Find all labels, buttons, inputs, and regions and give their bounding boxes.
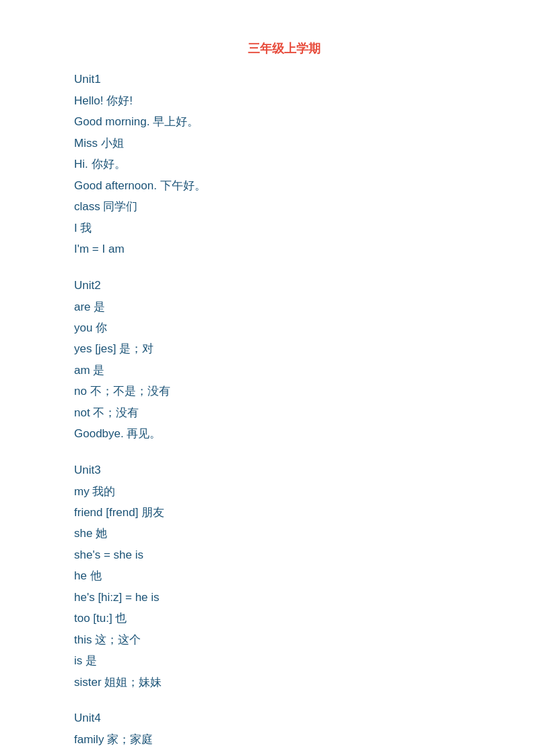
unit-block-4: Unit4family 家；家庭: [74, 712, 494, 750]
unit-block-1: Unit1Hello! 你好!Good morning. 早上好。Miss 小姐…: [74, 73, 494, 260]
vocab-entry: is 是: [74, 650, 494, 671]
vocab-entry: friend [frend] 朋友: [74, 502, 494, 523]
vocab-entry: Good morning. 早上好。: [74, 111, 494, 132]
vocab-entry: family 家；家庭: [74, 729, 494, 750]
vocab-entry: I'm = I am: [74, 239, 494, 259]
vocab-entry: too [tu:] 也: [74, 608, 494, 629]
unit-title-4: Unit4: [74, 712, 494, 725]
vocab-entry: this 这；这个: [74, 629, 494, 650]
unit-title-1: Unit1: [74, 73, 494, 86]
vocab-entry: Hi. 你好。: [74, 154, 494, 175]
vocab-entry: my 我的: [74, 481, 494, 502]
unit-title-3: Unit3: [74, 464, 494, 477]
vocab-entry: he's [hi:z] = he is: [74, 587, 494, 608]
vocab-entry: not 不；没有: [74, 402, 494, 423]
vocab-entry: Good afternoon. 下午好。: [74, 175, 494, 196]
vocab-entry: yes [jes] 是；对: [74, 338, 494, 359]
vocab-entry: I 我: [74, 218, 494, 239]
vocab-entry: sister 姐姐；妹妹: [74, 672, 494, 693]
vocab-entry: he 他: [74, 565, 494, 586]
vocab-entry: Miss 小姐: [74, 133, 494, 154]
vocab-entry: Goodbye. 再见。: [74, 423, 494, 444]
unit-title-2: Unit2: [74, 279, 494, 292]
vocab-entry: you 你: [74, 317, 494, 338]
unit-block-2: Unit2are 是you 你yes [jes] 是；对am 是no 不；不是；…: [74, 279, 494, 445]
vocab-entry: are 是: [74, 296, 494, 317]
vocab-entry: Hello! 你好!: [74, 90, 494, 111]
page-title: 三年级上学期: [74, 40, 494, 57]
vocab-entry: no 不；不是；没有: [74, 381, 494, 402]
unit-block-3: Unit3my 我的friend [frend] 朋友she 她she's = …: [74, 464, 494, 693]
vocab-entry: am 是: [74, 360, 494, 381]
vocab-entry: she's = she is: [74, 544, 494, 565]
vocab-entry: class 同学们: [74, 196, 494, 217]
vocab-entry: she 她: [74, 523, 494, 544]
